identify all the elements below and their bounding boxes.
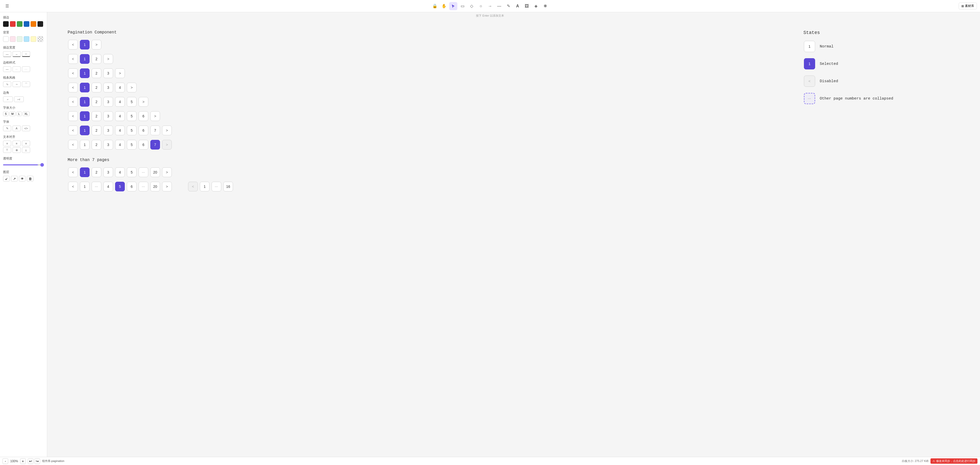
hand-tool[interactable]: ✋ (440, 2, 448, 10)
more-page-1-2[interactable]: 2 (92, 167, 101, 177)
more-prev-2[interactable]: < (68, 182, 78, 191)
pag-page-4-4[interactable]: 4 (115, 83, 125, 92)
pag-next-8[interactable]: > (162, 140, 172, 150)
pag-page-7-1[interactable]: 1 (80, 126, 89, 135)
line-tool[interactable]: — (495, 2, 503, 10)
border-dotted[interactable]: ···· (22, 66, 30, 72)
font-size-l[interactable]: L (17, 111, 22, 116)
font-size-m[interactable]: M (10, 111, 15, 116)
more-page-2-20[interactable]: 20 (150, 182, 160, 191)
stroke-color-green[interactable] (17, 21, 22, 27)
pag-prev-3[interactable]: < (68, 68, 78, 78)
stroke-color-blue[interactable] (24, 21, 29, 27)
pen-tool[interactable]: ✎ (504, 2, 512, 10)
menu-button[interactable]: ☰ (3, 2, 11, 10)
bg-color-lightblue[interactable] (24, 36, 29, 42)
canvas-area[interactable]: Pagination Component < 1 > < 1 2 > < (47, 12, 980, 457)
valign-top[interactable]: ⊤ (3, 147, 11, 153)
line-arc[interactable]: ⌒ (22, 81, 30, 87)
pag-page-7-2[interactable]: 2 (92, 126, 101, 135)
pag-prev-5[interactable]: < (68, 97, 78, 107)
pag-page-6-5[interactable]: 5 (127, 111, 137, 121)
rect-tool[interactable]: ▭ (458, 2, 466, 10)
stroke-thin[interactable]: — (3, 51, 11, 57)
more-page-2-5[interactable]: 5 (115, 182, 125, 191)
pag-next-6[interactable]: > (150, 111, 160, 121)
state-selected-btn[interactable]: 1 (804, 58, 815, 69)
valign-middle[interactable]: ⊕ (13, 147, 21, 153)
align-center[interactable]: ≡ (13, 141, 21, 146)
text-tool[interactable]: A (514, 2, 522, 10)
pag-page-6-3[interactable]: 3 (103, 111, 113, 121)
stroke-color-darkgray[interactable] (38, 21, 43, 27)
more-page-1-1[interactable]: 1 (80, 167, 89, 177)
zoom-minus-btn[interactable]: - (3, 459, 8, 464)
zoom-plus-btn[interactable]: + (20, 459, 26, 464)
pag-page-4-1[interactable]: 1 (80, 83, 89, 92)
arrow-tool[interactable]: → (486, 2, 494, 10)
pag-page-8-2[interactable]: 2 (92, 140, 101, 150)
font-code[interactable]: </> (22, 126, 30, 131)
more-next-1[interactable]: > (162, 167, 172, 177)
pag-page-7-5[interactable]: 5 (127, 126, 137, 135)
sync-button[interactable]: ⚠ 修改未同步，点击此处进行同步 (931, 459, 977, 464)
pag-next-5[interactable]: > (138, 97, 148, 107)
more-page-2-6[interactable]: 6 (127, 182, 137, 191)
circle-tool[interactable]: ○ (477, 2, 485, 10)
lock-tool[interactable]: 🔒 (431, 2, 439, 10)
more-collapse-2b[interactable]: ··· (138, 182, 148, 191)
pag-next-3[interactable]: > (115, 68, 125, 78)
pag-prev-6[interactable]: < (68, 111, 78, 121)
pag-page-8-1[interactable]: 1 (80, 140, 89, 150)
more-collapse-2a[interactable]: ··· (92, 182, 101, 191)
more-page-3-1[interactable]: 1 (200, 182, 210, 191)
pag-page-8-6[interactable]: 6 (138, 140, 148, 150)
pag-next-2[interactable]: > (103, 54, 113, 64)
align-right[interactable]: ≡ (22, 141, 30, 146)
stroke-color-orange[interactable] (30, 21, 36, 27)
pag-page-6-6[interactable]: 6 (138, 111, 148, 121)
pag-prev-4[interactable]: < (68, 83, 78, 92)
more-page-3-16[interactable]: 16 (223, 182, 233, 191)
border-solid[interactable]: — (3, 66, 11, 72)
stroke-medium[interactable]: – (13, 51, 21, 57)
font-size-s[interactable]: S (3, 111, 8, 116)
more-page-1-4[interactable]: 4 (115, 167, 125, 177)
bg-color-pink[interactable] (10, 36, 16, 42)
pag-page-3-2[interactable]: 2 (92, 68, 101, 78)
state-disabled-btn[interactable]: < (804, 76, 815, 87)
more-prev-3[interactable]: < (188, 182, 198, 191)
diamond-tool[interactable]: ◇ (468, 2, 476, 10)
valign-bottom[interactable]: ⊥ (22, 147, 30, 153)
pag-page-7-4[interactable]: 4 (115, 126, 125, 135)
pag-page-5-1[interactable]: 1 (80, 97, 89, 107)
more-page-1-5[interactable]: 5 (127, 167, 137, 177)
pag-page-2-1[interactable]: 1 (80, 54, 89, 64)
layer-visibility[interactable]: 👁 (19, 176, 25, 182)
pag-prev-2[interactable]: < (68, 54, 78, 64)
pag-page-5-3[interactable]: 3 (103, 97, 113, 107)
bg-color-lightyellow[interactable] (30, 36, 36, 42)
more-collapse-1[interactable]: ··· (138, 167, 148, 177)
more-page-1-3[interactable]: 3 (103, 167, 113, 177)
transparency-slider[interactable] (3, 164, 44, 166)
font-size-xl[interactable]: XL (23, 111, 30, 116)
pag-page-2-2[interactable]: 2 (92, 54, 101, 64)
pag-page-8-4[interactable]: 4 (115, 140, 125, 150)
pag-page-4-3[interactable]: 3 (103, 83, 113, 92)
pag-page-8-3[interactable]: 3 (103, 140, 113, 150)
pag-page-6-4[interactable]: 4 (115, 111, 125, 121)
more-next-2[interactable]: > (162, 182, 172, 191)
more-prev-1[interactable]: < (68, 167, 78, 177)
pag-page-1-1[interactable]: 1 (80, 40, 89, 49)
pag-prev-8[interactable]: < (68, 140, 78, 150)
layer-front[interactable]: ↗ (11, 176, 18, 182)
image-tool[interactable]: 🖼 (523, 2, 531, 10)
pag-next-1[interactable]: > (92, 40, 101, 49)
layer-delete[interactable]: 🗑 (27, 176, 33, 182)
undo-btn[interactable]: ↩ (28, 459, 33, 464)
state-normal-btn[interactable]: 1 (804, 41, 815, 52)
more-collapse-3[interactable]: ··· (212, 182, 221, 191)
pag-page-8-5[interactable]: 5 (127, 140, 137, 150)
align-left[interactable]: ≡ (3, 141, 11, 146)
